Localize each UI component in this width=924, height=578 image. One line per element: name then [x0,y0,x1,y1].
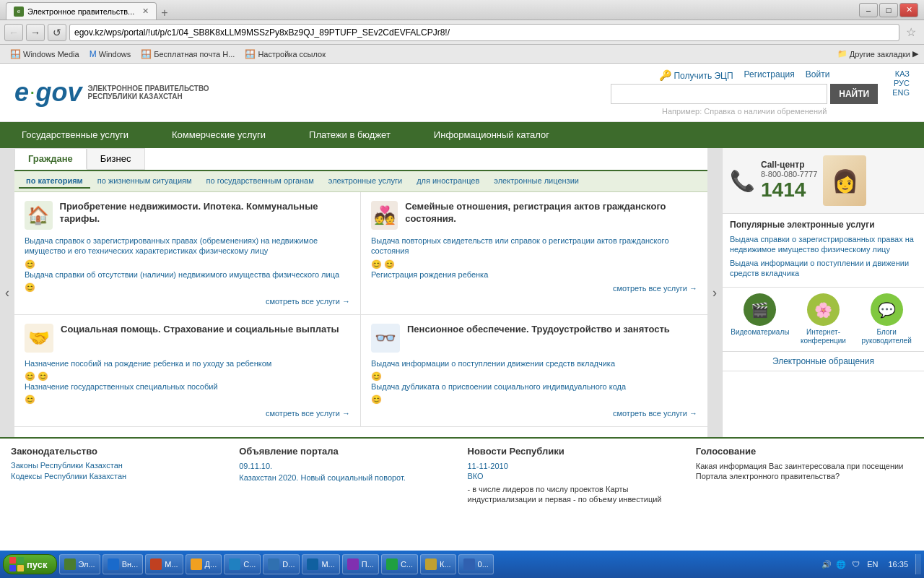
media-conf[interactable]: 🌸 Интернет- конференции [793,293,854,345]
sub-tab-electronic-services[interactable]: электронные услуги [321,174,409,189]
taskbar-app-11[interactable]: 0... [458,554,494,574]
active-tab[interactable]: e Электронное правительств... ✕ [6,2,157,20]
maximize-button[interactable]: □ [879,3,898,17]
lang-kaz[interactable]: КАЗ [892,69,910,78]
tab-strip: e Электронное правительств... ✕ + [6,0,859,20]
lang-rus[interactable]: РУС [892,79,910,87]
popular-link-2[interactable]: Выдача информации о поступлении и движен… [730,258,917,279]
sys-icon-1[interactable]: 🔊 [821,558,832,570]
service-family-title: Семейные отношения, регистрация актов гр… [405,201,697,225]
forward-button[interactable]: → [26,24,45,41]
taskbar-app-5[interactable]: С... [224,554,261,574]
taskbar-app-10[interactable]: К... [420,554,456,574]
close-window-button[interactable]: ✕ [899,3,918,17]
service-link-7[interactable]: Выдача информации о поступлении движении… [371,358,697,368]
nav-info-catalog[interactable]: Информационный каталог [412,122,571,148]
taskbar-app-2[interactable]: Вн... [103,554,144,574]
media-video-label: Видеоматериалы [730,328,790,337]
left-nav-arrow[interactable]: ‹ [0,148,14,437]
right-nav-arrow[interactable]: › [707,148,722,437]
sub-tab-foreigners[interactable]: для иностранцев [409,174,487,189]
app-icon-4 [191,558,202,570]
refresh-button[interactable]: ↺ [48,24,66,41]
new-tab-button[interactable]: + [157,7,172,20]
footer-col3-region[interactable]: ВКО [468,471,685,481]
sys-clock: 16:35 [884,559,912,569]
footer-col1-title: Законодательство [11,446,228,457]
footer-laws-link[interactable]: Законы Республики Казахстан [11,461,228,470]
sub-tab-categories[interactable]: по категориям [19,174,90,189]
sub-tab-life-situations[interactable]: по жизненным ситуациям [90,174,199,189]
get-ecp-link[interactable]: 🔑 Получить ЭЦП [659,69,733,81]
footer-col4-title: Голосование [696,446,913,457]
logo-text: ЭЛЕКТРОННОЕ ПРАВИТЕЛЬСТВО РЕСПУБЛИКИ КАЗ… [88,85,209,100]
minimize-button[interactable]: – [859,3,878,17]
video-icon: 🎬 [744,293,776,326]
service-link-8[interactable]: Выдача дубликата о присвоении социальног… [371,381,697,392]
back-button[interactable]: ← [4,24,23,41]
tab-close-btn[interactable]: ✕ [142,7,149,16]
sub-tabs: по категориям по жизненным ситуациям по … [14,171,707,192]
show-desktop-btn[interactable] [915,554,921,574]
register-link[interactable]: Регистрация [744,69,795,81]
service-social-title: Социальная помощь. Страхование и социаль… [61,324,339,336]
taskbar-app-1[interactable]: Эл... [59,554,100,574]
service-link-1[interactable]: Выдача справок о зарегистрированных прав… [25,236,350,256]
service-link-5[interactable]: Назначение пособий на рождение ребенка и… [25,358,350,368]
tab-business[interactable]: Бизнес [87,148,145,170]
call-center-info: Call-центр 8-800-080-7777 1414 [761,160,817,202]
nav-state-services[interactable]: Государственные услуги [0,122,150,148]
footer-col4-question: Какая информация Вас заинтересовала при … [696,461,913,482]
electronic-appeals-link[interactable]: Электронные обращения [772,356,874,366]
sys-icon-2[interactable]: 🌐 [835,558,847,570]
sub-tab-licenses[interactable]: электронные лицензии [487,174,586,189]
nav-budget-payments[interactable]: Платежи в бюджет [287,122,412,148]
media-blog[interactable]: 💬 Блоги руководителей [856,293,917,345]
taskbar-app-7[interactable]: М... [302,554,339,574]
call-center-short: 1414 [761,178,817,202]
service-pension-title: Пенсионное обеспечение. Трудоустройство … [407,324,670,336]
start-button[interactable]: пуск [3,554,57,574]
services-grid: 🏠 Приобретение недвижимости. Ипотека. Ко… [14,192,707,427]
taskbar-app-4[interactable]: Д... [186,554,222,574]
bookmark-star[interactable]: ☆ [902,24,920,41]
bookmark-links-label: Настройка ссылок [258,50,326,59]
start-logo [9,557,24,571]
see-all-real-estate: смотреть все услуги → [25,297,350,306]
service-link-2[interactable]: Выдача справки об отсутствии (наличии) н… [25,269,350,280]
search-input[interactable] [611,84,827,104]
taskbar-app-8[interactable]: П... [342,554,379,574]
search-box: НАЙТИ [611,84,878,104]
service-link-6[interactable]: Назначение государственных специальных п… [25,381,350,392]
bookmark-windows-media[interactable]: 🪟 Windows Media [6,48,84,61]
popular-link-1[interactable]: Выдача справки о зарегистрированных прав… [730,234,917,255]
taskbar-app-9[interactable]: С... [381,554,418,574]
nav-commercial-services[interactable]: Коммерческие услуги [150,122,287,148]
sub-tab-state-organs[interactable]: по государственным органам [199,174,321,189]
service-family-links: Выдача повторных свидетельств или справо… [371,236,697,280]
taskbar-app-3[interactable]: М... [145,554,183,574]
taskbar-app-6[interactable]: D... [263,554,300,574]
bookmark-windows[interactable]: M Windows [85,48,136,61]
tab-citizens[interactable]: Граждане [14,148,87,170]
media-video[interactable]: 🎬 Видеоматериалы [730,293,790,345]
bookmark-mail-label: Бесплатная почта Н... [154,50,235,59]
bookmarks-other[interactable]: 📁 Другие закладки ▶ [837,49,918,59]
sys-lang[interactable]: EN [864,560,881,569]
service-link-3[interactable]: Выдача повторных свидетельств или справо… [371,236,697,256]
bookmarks-other-label: Другие закладки [850,50,910,59]
service-link-4[interactable]: Регистрация рождения ребенка [371,269,697,280]
bookmark-links[interactable]: 🪟 Настройка ссылок [240,48,330,61]
url-input[interactable] [74,27,894,38]
service-title-row-social: 🤝 Социальная помощь. Страхование и социа… [25,324,350,353]
footer-col2-link[interactable]: Казахстан 2020. Новый социальный поворот… [239,473,456,482]
search-button[interactable]: НАЙТИ [830,84,878,104]
sys-icon-3[interactable]: 🛡 [850,558,861,570]
lang-eng[interactable]: ENG [892,88,910,97]
footer-codes-link[interactable]: Кодексы Республики Казахстан [11,472,228,480]
content-wrapper: ‹ Граждане Бизнес по категориям по жизне… [0,148,924,437]
sidebar: 📞 Call-центр 8-800-080-7777 1414 👩 Попул… [722,148,924,437]
bookmark-mail[interactable]: 🪟 Бесплатная почта Н... [136,48,239,61]
login-link[interactable]: Войти [806,69,830,81]
sys-time: 16:35 [888,559,908,569]
